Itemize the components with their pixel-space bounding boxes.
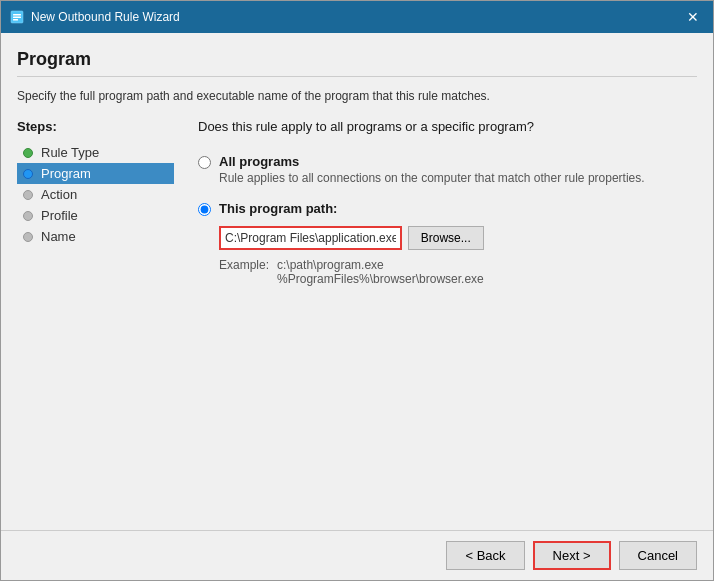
steps-label: Steps:	[17, 119, 174, 134]
sidebar-item-rule-type[interactable]: Rule Type	[17, 142, 174, 163]
sidebar-item-action[interactable]: Action	[17, 184, 174, 205]
sidebar-item-program[interactable]: Program	[17, 163, 174, 184]
sidebar-item-profile[interactable]: Profile	[17, 205, 174, 226]
radio-group: All programs Rule applies to all connect…	[198, 154, 697, 286]
separator	[17, 76, 697, 77]
program-path-section: Browse... Example: c:\path\program.exe %…	[219, 220, 484, 286]
this-program-option: This program path: Browse... Example: c:	[198, 201, 697, 286]
program-path-input[interactable]	[219, 226, 402, 250]
all-programs-option: All programs Rule applies to all connect…	[198, 154, 697, 185]
svg-rect-1	[13, 14, 21, 16]
this-program-label: This program path:	[219, 201, 484, 216]
dot-name	[23, 232, 33, 242]
example-line2: %ProgramFiles%\browser\browser.exe	[277, 272, 484, 286]
content-area: Program Specify the full program path an…	[1, 33, 713, 530]
close-button[interactable]: ✕	[681, 5, 705, 29]
back-button[interactable]: < Back	[446, 541, 524, 570]
next-button[interactable]: Next >	[533, 541, 611, 570]
sidebar-label-program: Program	[41, 166, 91, 181]
example-line1: c:\path\program.exe	[277, 258, 484, 272]
main-body: Steps: Rule Type Program Action Profile	[17, 119, 697, 514]
page-description: Specify the full program path and execut…	[17, 89, 697, 103]
example-row: Example: c:\path\program.exe %ProgramFil…	[219, 258, 484, 286]
sidebar-label-rule-type: Rule Type	[41, 145, 99, 160]
sidebar-label-name: Name	[41, 229, 76, 244]
example-paths: c:\path\program.exe %ProgramFiles%\brows…	[277, 258, 484, 286]
sidebar: Steps: Rule Type Program Action Profile	[17, 119, 182, 514]
title-bar-text: New Outbound Rule Wizard	[31, 10, 681, 24]
dot-action	[23, 190, 33, 200]
browse-button[interactable]: Browse...	[408, 226, 484, 250]
right-panel: Does this rule apply to all programs or …	[182, 119, 697, 514]
spacer	[198, 286, 697, 514]
question-text: Does this rule apply to all programs or …	[198, 119, 697, 134]
all-programs-sub: Rule applies to all connections on the c…	[219, 171, 645, 185]
title-bar: New Outbound Rule Wizard ✕	[1, 1, 713, 33]
page-title: Program	[17, 49, 697, 70]
sidebar-label-action: Action	[41, 187, 77, 202]
dot-program	[23, 169, 33, 179]
all-programs-label: All programs	[219, 154, 645, 169]
path-input-row: Browse...	[219, 226, 484, 250]
svg-rect-2	[13, 17, 21, 19]
all-programs-radio[interactable]	[198, 156, 211, 169]
svg-rect-3	[13, 19, 18, 21]
sidebar-item-name[interactable]: Name	[17, 226, 174, 247]
wizard-window: New Outbound Rule Wizard ✕ Program Speci…	[0, 0, 714, 581]
window-icon	[9, 9, 25, 25]
sidebar-label-profile: Profile	[41, 208, 78, 223]
example-label: Example:	[219, 258, 269, 286]
dot-profile	[23, 211, 33, 221]
button-bar: < Back Next > Cancel	[1, 530, 713, 580]
this-program-radio[interactable]	[198, 203, 211, 216]
dot-rule-type	[23, 148, 33, 158]
cancel-button[interactable]: Cancel	[619, 541, 697, 570]
